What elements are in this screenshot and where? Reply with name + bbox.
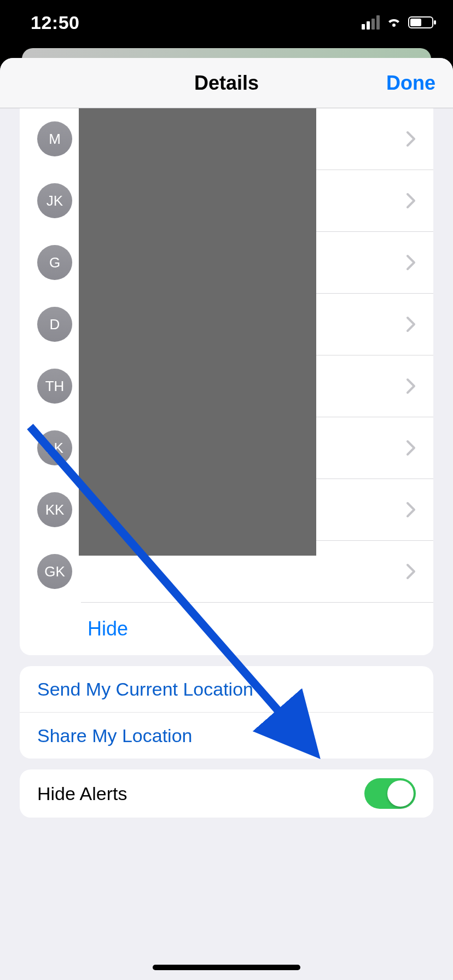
wifi-icon (385, 16, 403, 29)
avatar: GK (37, 554, 72, 589)
svg-rect-1 (410, 19, 421, 26)
status-right (362, 15, 437, 30)
avatar: D (37, 307, 72, 342)
avatar: LK (37, 430, 72, 465)
chevron-right-icon (406, 501, 416, 518)
cellular-icon (362, 15, 380, 30)
hide-alerts-toggle[interactable] (364, 778, 416, 809)
page-title: Details (0, 58, 453, 108)
details-sheet: Details Done M JK G (0, 58, 453, 980)
hide-button[interactable]: Hide (20, 603, 433, 655)
content: M JK G D (0, 108, 453, 818)
chevron-right-icon (406, 192, 416, 209)
location-group: Send My Current Location Share My Locati… (20, 666, 433, 759)
send-current-location-button[interactable]: Send My Current Location (20, 666, 433, 712)
hide-alerts-row: Hide Alerts (20, 769, 433, 818)
svg-rect-2 (434, 20, 436, 25)
avatar: M (37, 121, 72, 156)
clock: 12:50 (31, 12, 79, 33)
avatar: G (37, 245, 72, 280)
avatar: JK (37, 183, 72, 218)
alerts-group: Hide Alerts (20, 769, 433, 818)
hide-alerts-label: Hide Alerts (37, 783, 127, 804)
redaction-overlay (79, 108, 316, 556)
navigation-bar: Details Done (0, 58, 453, 108)
chevron-right-icon (406, 131, 416, 147)
home-indicator (153, 965, 300, 970)
screen: 12:50 Details Done M (0, 0, 453, 980)
done-button[interactable]: Done (386, 58, 435, 108)
status-bar: 12:50 (0, 0, 453, 48)
battery-icon (408, 16, 437, 29)
toggle-knob (387, 780, 414, 807)
avatar: KK (37, 492, 72, 527)
share-my-location-button[interactable]: Share My Location (20, 713, 433, 759)
chevron-right-icon (406, 563, 416, 580)
chevron-right-icon (406, 440, 416, 456)
chevron-right-icon (406, 254, 416, 271)
chevron-right-icon (406, 316, 416, 332)
chevron-right-icon (406, 378, 416, 394)
avatar: TH (37, 369, 72, 404)
